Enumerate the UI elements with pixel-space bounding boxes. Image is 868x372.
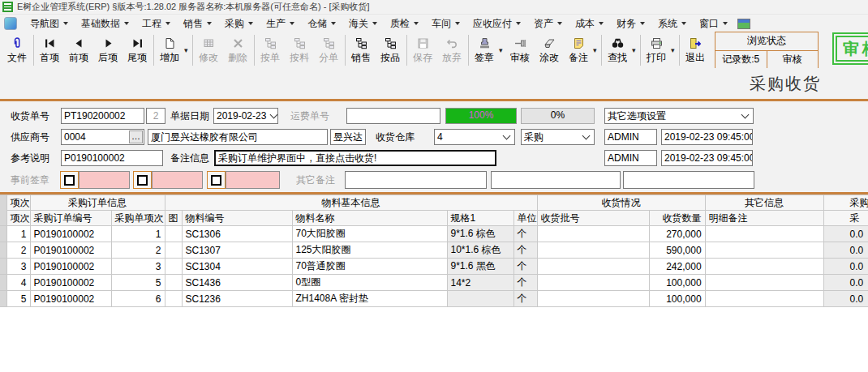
other-note-field-1[interactable] bbox=[345, 171, 487, 189]
first-button[interactable]: 首项 bbox=[35, 34, 64, 66]
menu-item-ar-ap[interactable]: 应收应付 bbox=[466, 15, 527, 33]
audit-button[interactable]: 审核 bbox=[505, 34, 535, 66]
toolbar-button-label: 按料 bbox=[290, 51, 309, 65]
menu-item-qc[interactable]: 质检 bbox=[384, 15, 425, 33]
row-indicator bbox=[0, 242, 6, 259]
window-panes-icon[interactable] bbox=[737, 19, 750, 29]
progress-bar-100: 100% bbox=[445, 108, 517, 124]
find-button[interactable]: 查找 bbox=[603, 34, 632, 66]
find-dropdown-arrow[interactable]: ▾ bbox=[632, 34, 638, 66]
menu-item-cost[interactable]: 成本 bbox=[569, 15, 610, 33]
chevron-down-icon bbox=[331, 22, 336, 25]
cell: 3 bbox=[6, 259, 30, 275]
erase-button[interactable]: 涂改 bbox=[535, 34, 564, 66]
cell: 14*2 bbox=[447, 275, 513, 291]
menu-item-customs[interactable]: 海关 bbox=[342, 15, 384, 33]
note-dropdown-arrow[interactable]: ▾ bbox=[593, 34, 599, 66]
menu-item-engineering[interactable]: 工程 bbox=[135, 15, 177, 33]
menu-item-system[interactable]: 系统 bbox=[651, 15, 693, 33]
pre-sign-checkbox-1[interactable] bbox=[60, 171, 79, 189]
nav-last-icon bbox=[131, 36, 144, 50]
other-note-field-3[interactable] bbox=[623, 171, 754, 189]
menu-item-purchase[interactable]: 采购 bbox=[218, 15, 260, 33]
table-row[interactable]: 1P01901000021SC130670大阳胶圈9*1.6 棕色个270,00… bbox=[0, 226, 868, 242]
navigator-app-icon[interactable] bbox=[4, 17, 17, 30]
by-item-button[interactable]: 按品 bbox=[376, 34, 405, 66]
table-row[interactable]: 5P01901000026SC1236ZH1408A 密封垫个100,0000.… bbox=[0, 291, 868, 307]
cell bbox=[705, 226, 823, 242]
paperclip-icon bbox=[11, 36, 24, 50]
cell bbox=[537, 259, 649, 275]
options-select[interactable]: 其它选项设置 bbox=[604, 108, 754, 124]
cell: 0型圈 bbox=[292, 275, 447, 291]
ref-note-field[interactable]: P0190100002 bbox=[61, 150, 163, 166]
doc-date-select[interactable]: 2019-02-23 bbox=[213, 108, 278, 124]
table-row[interactable]: 2P01901000022SC1307125大阳胶圈10*1.6 棕色个590,… bbox=[0, 242, 868, 259]
sales-button[interactable]: 销售 bbox=[346, 34, 376, 66]
supplier-code-field[interactable]: 0004 … bbox=[61, 129, 144, 145]
table-row[interactable]: 3P01901000023SC130470普通胶圈9*1.6 黑色个242,00… bbox=[0, 259, 868, 275]
receipt-no-field[interactable]: PT190200002 bbox=[61, 108, 144, 124]
note-button[interactable]: 备注 bbox=[564, 34, 593, 66]
warehouse-select[interactable]: 4 bbox=[434, 129, 515, 145]
cell: 9*1.6 黑色 bbox=[447, 259, 513, 275]
toolbar-separator bbox=[254, 35, 255, 66]
table-row[interactable]: 4P01901000025SC14360型圈14*2个100,0000.0 bbox=[0, 275, 868, 291]
pre-sign-field-2[interactable] bbox=[152, 171, 203, 189]
tree-icon bbox=[322, 36, 336, 50]
sign-button[interactable]: 签章 bbox=[470, 34, 499, 66]
pre-sign-field-1[interactable] bbox=[79, 171, 130, 189]
last-button[interactable]: 尾项 bbox=[122, 34, 152, 66]
toolbar-button-label: 保存 bbox=[413, 51, 432, 65]
supplier-lookup-button[interactable]: … bbox=[129, 130, 143, 143]
menu-item-label: 资产 bbox=[534, 17, 553, 31]
supplier-name-field[interactable]: 厦门昱兴达橡胶有限公司 bbox=[148, 129, 328, 145]
exit-button[interactable]: 退出 bbox=[681, 34, 710, 66]
column-header: 采购订单编号 bbox=[30, 211, 111, 226]
timestamp-field-1: 2019-02-23 09:45:00 bbox=[661, 129, 753, 145]
progress-bar-0: 0% bbox=[521, 108, 595, 124]
chevron-down-icon bbox=[455, 22, 460, 25]
menu-bar: 导航图基础数据工程销售采购生产仓储海关质检车间应收应付资产成本财务系统窗口 bbox=[0, 14, 868, 32]
print-dropdown-arrow[interactable]: ▾ bbox=[671, 34, 677, 66]
pre-sign-field-3[interactable] bbox=[226, 171, 280, 189]
next-button[interactable]: 后项 bbox=[93, 34, 122, 66]
menu-item-sales[interactable]: 销售 bbox=[177, 15, 218, 33]
cell bbox=[705, 291, 823, 307]
menu-item-label: 销售 bbox=[183, 17, 203, 31]
warehouse-type-select[interactable]: 采购 bbox=[521, 129, 595, 145]
menu-item-base-data[interactable]: 基础数据 bbox=[75, 15, 135, 33]
pre-sign-label: 事前签章 bbox=[11, 172, 49, 188]
menu-item-workshop[interactable]: 车间 bbox=[425, 15, 466, 33]
record-count: 记录数:5 bbox=[715, 51, 767, 69]
cell: 9*1.6 棕色 bbox=[447, 226, 513, 242]
menu-item-label: 生产 bbox=[266, 17, 286, 31]
menu-item-finance[interactable]: 财务 bbox=[610, 15, 651, 33]
cell: 0.0 bbox=[823, 259, 868, 275]
freight-no-label: 运费单号 bbox=[290, 108, 329, 124]
prev-button[interactable]: 前项 bbox=[64, 34, 93, 66]
eraser-icon bbox=[543, 36, 556, 50]
remark-field[interactable]: 采购订单维护界面中，直接点击收货! bbox=[214, 150, 496, 166]
cell: 70普通胶圈 bbox=[292, 259, 447, 275]
add-button[interactable]: 增加 bbox=[155, 34, 184, 66]
menu-item-nav-map[interactable]: 导航图 bbox=[24, 15, 75, 33]
seq-box[interactable]: 2 bbox=[146, 108, 165, 124]
add-dropdown-arrow[interactable]: ▾ bbox=[184, 34, 191, 66]
other-note-field-2[interactable] bbox=[491, 171, 621, 189]
file-button[interactable]: 文件 bbox=[2, 34, 32, 66]
supplier-short-name-field[interactable]: 昱兴达 bbox=[330, 129, 366, 145]
binoculars-icon bbox=[611, 36, 625, 50]
freight-no-field[interactable] bbox=[346, 108, 440, 124]
menu-item-assets[interactable]: 资产 bbox=[527, 15, 569, 33]
pre-sign-checkbox-2[interactable] bbox=[133, 171, 152, 189]
menu-item-production[interactable]: 生产 bbox=[260, 15, 301, 33]
menu-item-window[interactable]: 窗口 bbox=[693, 15, 734, 33]
menu-item-label: 海关 bbox=[349, 17, 368, 31]
pre-sign-checkbox-3[interactable] bbox=[207, 171, 226, 189]
audit-stamp: 审核 bbox=[836, 36, 868, 62]
menu-item-warehouse[interactable]: 仓储 bbox=[301, 15, 342, 33]
sign-dropdown-arrow[interactable]: ▾ bbox=[499, 34, 505, 66]
doc-new-icon bbox=[163, 36, 177, 50]
print-button[interactable]: 打印 bbox=[642, 34, 671, 66]
